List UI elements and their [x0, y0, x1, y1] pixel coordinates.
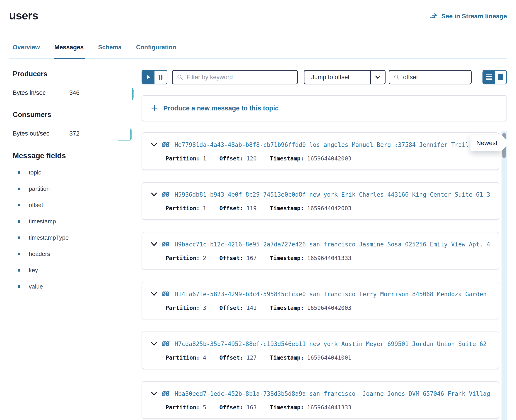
field-item-key[interactable]: key — [13, 267, 142, 274]
view-toggle — [483, 70, 507, 84]
partition-meta: Partition:1 — [166, 205, 206, 212]
message-row[interactable]: ØØ H14fa67fe-5823-4299-b3c4-595845cfcae0… — [142, 282, 499, 319]
offset-search-box — [389, 70, 472, 84]
offset-meta: Offset:127 — [219, 354, 257, 361]
expand-chevron-icon[interactable] — [151, 242, 157, 246]
newest-tooltip-label: Newest — [476, 139, 497, 147]
message-summary: H9bacc71c-b12c-4216-8e95-2a7da727e426 sa… — [175, 241, 490, 248]
field-bullet-icon — [18, 253, 20, 255]
field-item-offset[interactable]: offset — [13, 202, 142, 209]
field-item-timestamp[interactable]: timestamp — [13, 218, 142, 225]
partition-meta: Partition:2 — [166, 255, 206, 261]
message-fields-list: topic partition offset timestamp timesta… — [13, 169, 142, 290]
field-bullet-icon — [18, 236, 20, 239]
jump-to-offset-value: Jump to offset — [304, 71, 370, 84]
stream-lineage-link[interactable]: See in Stream lineage — [430, 13, 507, 20]
produce-message-label: Produce a new message to this topic — [163, 105, 279, 112]
message-key-glyph: ØØ — [162, 390, 170, 397]
message-row[interactable]: ØØ Hba30eed7-1edc-452b-8b1a-738d3b5d8a9a… — [142, 381, 499, 419]
tab-overview[interactable]: Overview — [13, 44, 40, 58]
play-icon — [146, 75, 150, 80]
message-row[interactable]: ØØ He77981da-4a43-48ab-b8f8-cb71b96ffdd0… — [142, 132, 499, 170]
message-key-glyph: ØØ — [162, 340, 170, 348]
play-button[interactable] — [142, 71, 154, 84]
field-item-headers[interactable]: headers — [13, 250, 142, 257]
jump-to-offset-select[interactable]: Jump to offset — [304, 70, 385, 84]
expand-chevron-icon[interactable] — [151, 292, 157, 296]
pause-icon — [158, 75, 163, 80]
message-fields-heading: Message fields — [13, 151, 142, 160]
expand-chevron-icon[interactable] — [151, 342, 157, 346]
list-view-button[interactable] — [483, 71, 495, 84]
offset-meta: Offset:163 — [219, 404, 257, 411]
timestamp-meta: Timestamp:1659644042003 — [270, 205, 351, 212]
bytes-in-label: Bytes in/sec — [13, 89, 69, 96]
produce-message-button[interactable]: Produce a new message to this topic — [142, 95, 507, 121]
field-item-topic[interactable]: topic — [13, 169, 142, 176]
partition-meta: Partition:4 — [166, 354, 206, 361]
list-view-icon — [486, 74, 492, 80]
column-view-icon — [498, 74, 504, 80]
plus-icon — [151, 105, 158, 112]
message-summary: H5936db81-b943-4e0f-8c29-74513e0c0d8f ne… — [175, 191, 490, 198]
message-key-glyph: ØØ — [162, 191, 170, 198]
partition-meta: Partition:3 — [166, 305, 206, 311]
message-summary: Hba30eed7-1edc-452b-8b1a-738d3b5d8a9a sa… — [175, 390, 490, 397]
bytes-in-value: 346 — [69, 89, 79, 96]
field-bullet-icon — [18, 269, 20, 271]
producers-metric: Bytes in/sec 346 — [13, 86, 142, 100]
field-bullet-icon — [18, 220, 20, 223]
expand-chevron-icon[interactable] — [151, 392, 157, 396]
offset-meta: Offset:141 — [219, 305, 257, 311]
filter-input[interactable] — [187, 74, 293, 81]
bytes-out-sparkline — [118, 126, 135, 141]
messages-panel: Jump to offset — [142, 70, 507, 420]
expand-chevron-icon[interactable] — [151, 143, 157, 147]
field-bullet-icon — [18, 171, 20, 174]
search-icon — [394, 74, 399, 80]
timestamp-meta: Timestamp:1659644041333 — [270, 404, 351, 411]
consumers-heading: Consumers — [13, 111, 142, 119]
message-summary: H14fa67fe-5823-4299-b3c4-595845cfcae0 sa… — [175, 291, 490, 298]
message-list: Newest ØØ He77981da-4a43-48ab-b8f8-cb71b… — [142, 132, 507, 420]
filter-input-box — [172, 70, 298, 84]
message-row[interactable]: ØØ H5936db81-b943-4e0f-8c29-74513e0c0d8f… — [142, 182, 499, 220]
offset-meta: Offset:167 — [219, 255, 257, 261]
timestamp-meta: Timestamp:1659644042003 — [270, 305, 351, 311]
field-bullet-icon — [18, 204, 20, 206]
consumers-metric: Bytes out/sec 372 — [13, 127, 142, 141]
field-item-partition[interactable]: partition — [13, 185, 142, 192]
content: Producers Bytes in/sec 346 Consumers Byt… — [9, 59, 507, 420]
column-view-button[interactable] — [495, 71, 506, 84]
bytes-out-label: Bytes out/sec — [13, 130, 69, 137]
newest-tooltip: Newest — [470, 135, 502, 151]
field-item-value[interactable]: value — [13, 283, 142, 290]
message-key-glyph: ØØ — [162, 290, 170, 298]
tab-configuration[interactable]: Configuration — [136, 44, 176, 58]
offset-search-input[interactable] — [403, 74, 466, 81]
lineage-arrow-icon — [430, 13, 438, 19]
message-row[interactable]: ØØ H7cda825b-35b7-4952-88ef-c193d546eb11… — [142, 331, 499, 369]
offset-meta: Offset:119 — [219, 205, 257, 212]
message-summary: H7cda825b-35b7-4952-88ef-c193d546eb11 ne… — [175, 341, 490, 347]
messages-toolbar: Jump to offset — [142, 70, 507, 84]
bytes-out-value: 372 — [69, 130, 79, 137]
search-icon — [177, 74, 183, 80]
field-bullet-icon — [18, 285, 20, 288]
producers-heading: Producers — [13, 70, 142, 78]
message-row[interactable]: ØØ H9bacc71c-b12c-4216-8e95-2a7da727e426… — [142, 232, 499, 270]
tab-messages[interactable]: Messages — [54, 44, 84, 58]
timestamp-meta: Timestamp:1659644041001 — [270, 354, 351, 361]
page-header: users See in Stream lineage — [9, 9, 507, 22]
message-key-glyph: ØØ — [162, 141, 170, 149]
tab-bar: Overview Messages Schema Configuration — [9, 44, 507, 59]
timestamp-meta: Timestamp:1659644042003 — [270, 155, 351, 162]
offset-meta: Offset:120 — [219, 155, 257, 162]
message-key-glyph: ØØ — [162, 240, 170, 248]
pause-button[interactable] — [154, 71, 167, 84]
field-item-timestampType[interactable]: timestampType — [13, 234, 142, 241]
play-pause-toggle — [142, 70, 167, 84]
expand-chevron-icon[interactable] — [151, 193, 157, 196]
stream-lineage-label: See in Stream lineage — [441, 13, 507, 20]
tab-schema[interactable]: Schema — [98, 44, 122, 58]
